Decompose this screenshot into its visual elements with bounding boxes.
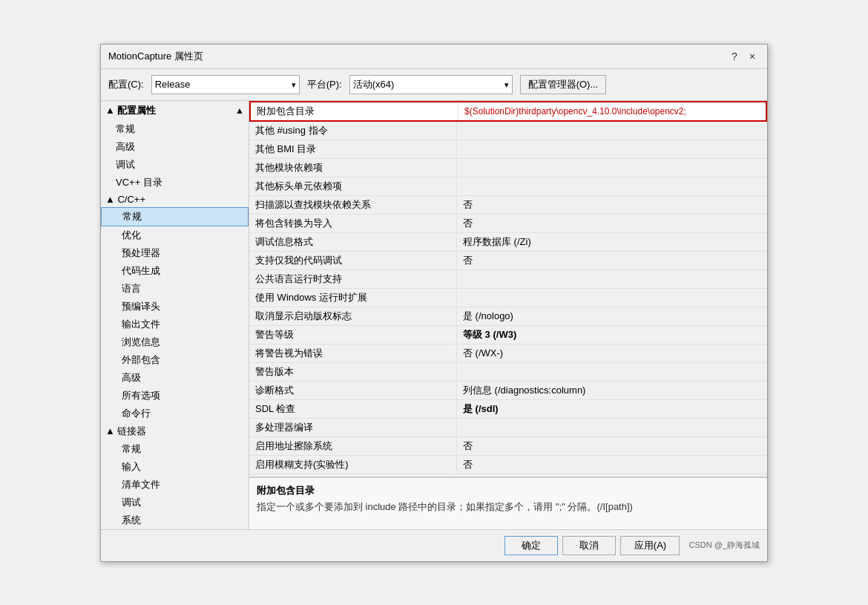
prop-row-13[interactable]: 将警告视为错误 否 (/WX-) <box>249 344 767 363</box>
prop-row-5[interactable]: 扫描源以查找模块依赖关系 否 <box>249 196 767 215</box>
prop-row-11[interactable]: 取消显示启动版权标志 是 (/nologo) <box>249 307 767 326</box>
prop-name-16: SDL 检查 <box>249 400 457 418</box>
prop-value-1 <box>457 122 767 140</box>
sidebar-item-alloptions[interactable]: 所有选项 <box>101 387 249 405</box>
sidebar-linker-group[interactable]: ▲ 链接器 <box>101 422 249 440</box>
sidebar-item-optimize[interactable]: 优化 <box>101 226 249 244</box>
footer: 确定 取消 应用(A) CSDN @_静海孤城 <box>101 529 767 561</box>
prop-name-2: 其他 BMI 目录 <box>249 140 457 158</box>
sidebar-item-advanced[interactable]: 高级 <box>101 138 249 156</box>
sidebar-item-advanced2[interactable]: 高级 <box>101 369 249 387</box>
help-button[interactable]: ? <box>727 49 742 64</box>
cancel-button[interactable]: 取消 <box>562 536 616 555</box>
prop-row-include-dirs[interactable]: 附加包含目录 $(SolutionDir)thirdparty\opencv_4… <box>249 101 767 122</box>
platform-label: 平台(P): <box>307 78 342 91</box>
description-box: 附加包含目录 指定一个或多个要添加到 include 路径中的目录；如果指定多个… <box>249 477 767 529</box>
sidebar-item-browse[interactable]: 浏览信息 <box>101 333 249 351</box>
prop-row-4[interactable]: 其他标头单元依赖项 <box>249 177 767 196</box>
prop-name-18: 启用地址擦除系统 <box>249 437 457 455</box>
prop-row-8[interactable]: 支持仅我的代码调试 否 <box>249 252 767 270</box>
prop-value-7: 程序数据库 (/Zi) <box>457 233 767 251</box>
watermark: CSDN @_静海孤城 <box>688 540 760 551</box>
prop-name-1: 其他 #using 指令 <box>249 122 457 140</box>
prop-name-14: 警告版本 <box>249 363 457 381</box>
prop-value-8: 否 <box>457 252 767 269</box>
sidebar-item-manifest[interactable]: 清单文件 <box>101 476 249 494</box>
prop-name-3: 其他模块依赖项 <box>249 159 457 177</box>
prop-value-13: 否 (/WX-) <box>457 344 767 362</box>
sidebar-item-external[interactable]: 外部包含 <box>101 351 249 369</box>
sidebar-item-normal[interactable]: 常规 <box>101 120 249 138</box>
prop-row-19[interactable]: 启用模糊支持(实验性) 否 <box>249 456 767 474</box>
apply-button[interactable]: 应用(A) <box>620 536 680 555</box>
close-button[interactable]: × <box>745 49 760 64</box>
dialog-title: MotionCapture 属性页 <box>108 50 203 63</box>
prop-row-18[interactable]: 启用地址擦除系统 否 <box>249 437 767 456</box>
sidebar-item-linker-debug[interactable]: 调试 <box>101 494 249 511</box>
sidebar-collapse-icon[interactable]: ▲ <box>235 105 244 116</box>
sidebar-item-debug[interactable]: 调试 <box>101 156 249 174</box>
config-select-wrapper: Release <box>151 75 300 94</box>
prop-name-7: 调试信息格式 <box>249 233 457 251</box>
prop-row-12[interactable]: 警告等级 等级 3 (/W3) <box>249 326 767 344</box>
prop-value-14 <box>457 363 767 381</box>
prop-value-10 <box>457 289 767 307</box>
sidebar-item-input[interactable]: 输入 <box>101 458 249 476</box>
config-manager-button[interactable]: 配置管理器(O)... <box>520 75 607 94</box>
prop-row-17[interactable]: 多处理器编译 <box>249 419 767 437</box>
ok-button[interactable]: 确定 <box>504 536 558 555</box>
prop-name-6: 将包含转换为导入 <box>249 215 457 232</box>
sidebar-item-system[interactable]: 系统 <box>101 511 249 529</box>
config-select[interactable]: Release <box>151 75 300 94</box>
prop-value-9 <box>457 270 767 288</box>
sidebar-root-header[interactable]: ▲ 配置属性 ▲ <box>101 101 249 120</box>
prop-row-10[interactable]: 使用 Windows 运行时扩展 <box>249 289 767 307</box>
sidebar-cpp-group[interactable]: ▲ C/C++ <box>101 192 249 207</box>
sidebar-item-preprocessor[interactable]: 预处理器 <box>101 244 249 262</box>
prop-name-4: 其他标头单元依赖项 <box>249 177 457 195</box>
prop-name-5: 扫描源以查找模块依赖关系 <box>249 196 457 214</box>
prop-value-3 <box>457 159 767 177</box>
prop-row-9[interactable]: 公共语言运行时支持 <box>249 270 767 289</box>
prop-value-16: 是 (/sdl) <box>457 400 767 418</box>
prop-name-8: 支持仅我的代码调试 <box>249 252 457 269</box>
prop-row-14[interactable]: 警告版本 <box>249 363 767 382</box>
prop-value-2 <box>457 140 767 158</box>
prop-row-2[interactable]: 其他 BMI 目录 <box>249 140 767 159</box>
platform-select[interactable]: 活动(x64) <box>349 75 513 94</box>
prop-value-4 <box>457 177 767 195</box>
sidebar-item-linker-normal[interactable]: 常规 <box>101 440 249 458</box>
prop-name-10: 使用 Windows 运行时扩展 <box>249 289 457 307</box>
prop-row-6[interactable]: 将包含转换为导入 否 <box>249 215 767 233</box>
prop-row-16[interactable]: SDL 检查 是 (/sdl) <box>249 400 767 419</box>
sidebar-item-vcpp[interactable]: VC++ 目录 <box>101 174 249 192</box>
prop-row-3[interactable]: 其他模块依赖项 <box>249 159 767 177</box>
prop-row-7[interactable]: 调试信息格式 程序数据库 (/Zi) <box>249 233 767 252</box>
sidebar-root-label: ▲ 配置属性 <box>105 104 156 117</box>
config-label: 配置(C): <box>108 78 144 91</box>
title-bar: MotionCapture 属性页 ? × <box>101 45 767 69</box>
sidebar-item-cmdline[interactable]: 命令行 <box>101 405 249 422</box>
prop-name-17: 多处理器编译 <box>249 419 457 436</box>
sidebar-item-codegen[interactable]: 代码生成 <box>101 262 249 280</box>
prop-row-15[interactable]: 诊断格式 列信息 (/diagnostics:column) <box>249 382 767 400</box>
content-area: ▲ 配置属性 ▲ 常规 高级 调试 VC++ 目录 ▲ C/C++ 常规 优化 … <box>101 101 767 529</box>
sidebar-item-cpp-normal[interactable]: 常规 <box>101 207 249 226</box>
prop-value-19: 否 <box>457 456 767 474</box>
sidebar-item-precompile[interactable]: 预编译头 <box>101 298 249 315</box>
prop-value-11: 是 (/nologo) <box>457 307 767 325</box>
sidebar-item-language[interactable]: 语言 <box>101 280 249 298</box>
sidebar: ▲ 配置属性 ▲ 常规 高级 调试 VC++ 目录 ▲ C/C++ 常规 优化 … <box>101 101 249 529</box>
main-content: 2 附加包含目录 $(SolutionDir)thirdparty\opencv… <box>249 101 767 529</box>
prop-name-9: 公共语言运行时支持 <box>249 270 457 288</box>
property-dialog: MotionCapture 属性页 ? × 配置(C): Release 平台(… <box>100 44 768 562</box>
toolbar: 配置(C): Release 平台(P): 活动(x64) 配置管理器(O)..… <box>101 69 767 101</box>
description-title: 附加包含目录 <box>257 484 760 497</box>
prop-name-12: 警告等级 <box>249 326 457 344</box>
title-bar-buttons: ? × <box>727 49 760 64</box>
prop-name-15: 诊断格式 <box>249 382 457 399</box>
platform-select-wrapper: 活动(x64) <box>349 75 513 94</box>
prop-value-0: $(SolutionDir)thirdparty\opencv_4.10.0\i… <box>458 102 766 120</box>
sidebar-item-output[interactable]: 输出文件 <box>101 315 249 333</box>
prop-row-1[interactable]: 其他 #using 指令 <box>249 122 767 140</box>
